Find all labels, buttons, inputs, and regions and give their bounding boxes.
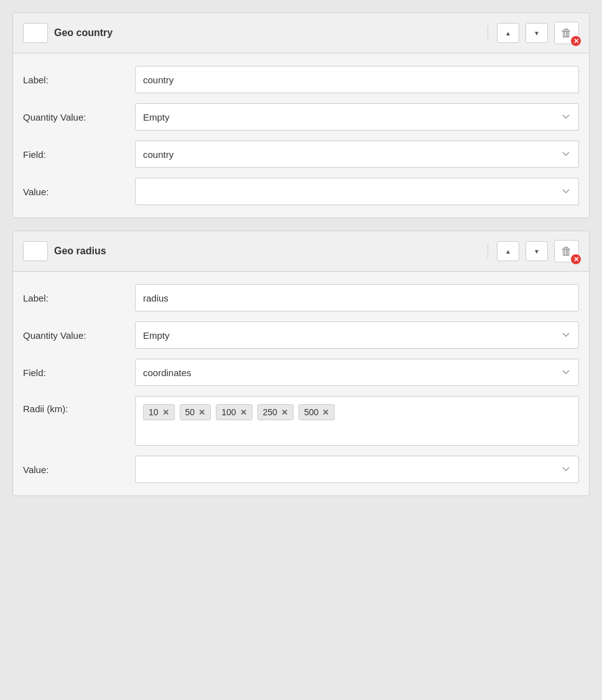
chevron-up-icon-1 xyxy=(505,29,511,37)
trash-icon-2: 🗑 xyxy=(561,245,572,258)
radii-tag: 50✕ xyxy=(180,404,211,420)
radii-tag-value: 100 xyxy=(221,407,236,417)
radii-tag-value: 50 xyxy=(185,407,195,417)
radii-tag-remove[interactable]: ✕ xyxy=(240,408,247,417)
chevron-up-icon-2 xyxy=(505,247,511,256)
geo-radius-body: Label: Quantity Value: Empty Field: coor… xyxy=(13,272,589,495)
move-up-button-1[interactable] xyxy=(497,23,519,43)
move-down-button-1[interactable] xyxy=(526,23,548,43)
label-field-label-2: Label: xyxy=(23,293,135,303)
move-up-button-2[interactable] xyxy=(497,241,519,261)
quantity-select-2[interactable]: Empty xyxy=(135,321,579,349)
radii-field-label: Radii (km): xyxy=(23,396,135,414)
label-input-1[interactable] xyxy=(135,66,579,93)
header-divider-1 xyxy=(488,25,488,40)
radii-tag: 500✕ xyxy=(299,404,335,420)
delete-button-1[interactable]: 🗑 ✕ xyxy=(554,22,579,44)
quantity-field-label-1: Quantity Value: xyxy=(23,112,135,122)
quantity-field-label-2: Quantity Value: xyxy=(23,330,135,341)
geo-country-header: Geo country 🗑 ✕ xyxy=(13,13,589,53)
value-select-2[interactable] xyxy=(135,456,579,483)
geo-radius-header: Geo radius 🗑 ✕ xyxy=(13,231,589,272)
quantity-select-1[interactable]: Empty xyxy=(135,103,579,131)
field-field-label-2: Field: xyxy=(23,367,135,378)
radii-tag: 250✕ xyxy=(257,404,294,420)
field-field-label-1: Field: xyxy=(23,149,135,160)
delete-badge-1: ✕ xyxy=(571,36,581,46)
radii-container[interactable]: 10✕50✕100✕250✕500✕ xyxy=(135,396,579,446)
chevron-down-icon-2 xyxy=(534,247,540,256)
radii-tag-remove[interactable]: ✕ xyxy=(162,408,169,417)
radii-tag: 100✕ xyxy=(216,404,252,420)
value-field-label-2: Value: xyxy=(23,464,135,475)
delete-badge-2: ✕ xyxy=(571,254,581,264)
drag-handle-1[interactable] xyxy=(23,23,48,43)
value-row-2: Value: xyxy=(23,456,579,483)
radii-tag-value: 10 xyxy=(149,407,159,417)
label-input-2[interactable] xyxy=(135,284,579,311)
radii-tag-remove[interactable]: ✕ xyxy=(322,408,329,417)
radii-tag-remove[interactable]: ✕ xyxy=(281,408,288,417)
value-field-label-1: Value: xyxy=(23,187,135,197)
value-select-1[interactable] xyxy=(135,178,579,205)
geo-radius-title: Geo radius xyxy=(54,246,479,257)
radii-tag-value: 250 xyxy=(263,407,277,417)
radii-tag-value: 500 xyxy=(304,407,318,417)
quantity-row-1: Quantity Value: Empty xyxy=(23,103,579,131)
geo-country-title: Geo country xyxy=(54,27,479,39)
field-row-2: Field: coordinates xyxy=(23,359,579,386)
radii-tag-remove[interactable]: ✕ xyxy=(198,408,205,417)
geo-radius-card: Geo radius 🗑 ✕ Label: Quantity Value: Em… xyxy=(12,231,590,496)
field-row-1: Field: country xyxy=(23,140,579,168)
delete-button-2[interactable]: 🗑 ✕ xyxy=(554,240,579,262)
geo-country-card: Geo country 🗑 ✕ Label: Quantity Value: E… xyxy=(12,12,590,218)
geo-country-body: Label: Quantity Value: Empty Field: coun… xyxy=(13,53,589,218)
quantity-row-2: Quantity Value: Empty xyxy=(23,321,579,349)
header-divider-2 xyxy=(488,244,488,259)
drag-handle-2[interactable] xyxy=(23,241,48,261)
field-select-2[interactable]: coordinates xyxy=(135,359,579,386)
move-down-button-2[interactable] xyxy=(526,241,548,261)
label-field-label-1: Label: xyxy=(23,75,135,85)
label-row-1: Label: xyxy=(23,66,579,93)
label-row-2: Label: xyxy=(23,284,579,311)
trash-icon-1: 🗑 xyxy=(561,27,572,40)
value-row-1: Value: xyxy=(23,178,579,205)
field-select-1[interactable]: country xyxy=(135,140,579,168)
radii-tag: 10✕ xyxy=(143,404,175,420)
radii-row: Radii (km): 10✕50✕100✕250✕500✕ xyxy=(23,396,579,446)
chevron-down-icon-1 xyxy=(534,29,540,37)
